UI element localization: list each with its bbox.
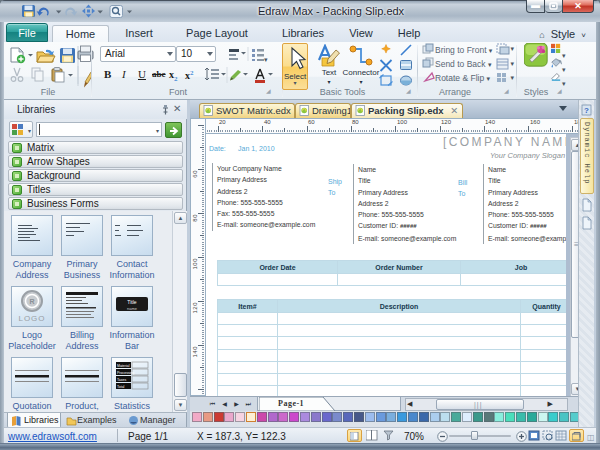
svg-text:Total: Total bbox=[117, 385, 125, 389]
svg-text:R: R bbox=[29, 298, 34, 305]
svg-text:Taxes: Taxes bbox=[117, 378, 126, 382]
svg-text:Material: Material bbox=[117, 364, 130, 368]
svg-text:LOGO: LOGO bbox=[18, 314, 45, 323]
svg-text:Processing: Processing bbox=[117, 371, 134, 375]
svg-text:?: ? bbox=[584, 106, 589, 115]
svg-text:Title: Title bbox=[127, 299, 136, 305]
svg-text:name: name bbox=[127, 306, 138, 311]
